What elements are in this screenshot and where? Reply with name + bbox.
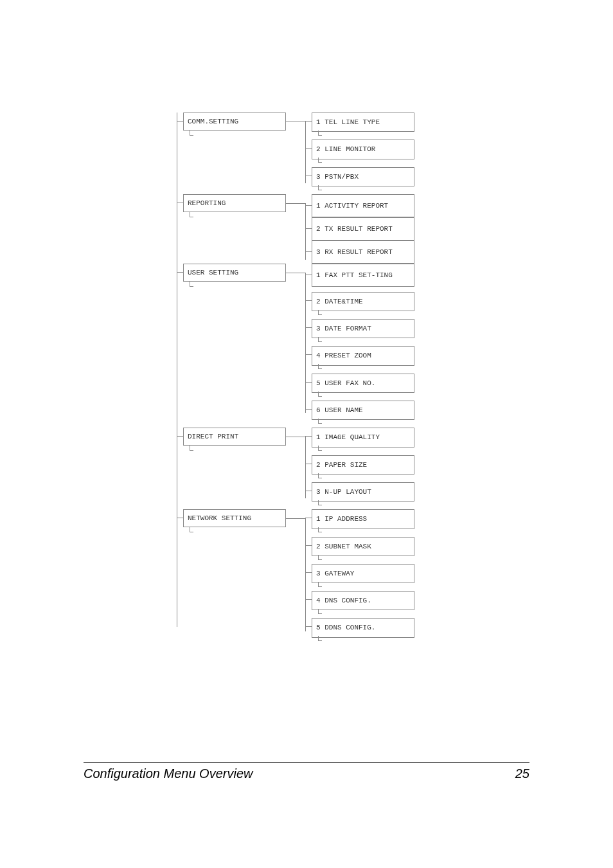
submenu-label: 3 RX RESULT REPORT — [316, 248, 393, 257]
submenu-item: 6 USER NAME — [312, 401, 414, 420]
menu-item: COMM.SETTING — [183, 113, 286, 131]
group-network-setting: NETWORK SETTING 1 IP ADDRESS 2 SUBNET MA… — [177, 509, 440, 637]
submenu-label: 1 IMAGE QUALITY — [316, 433, 380, 442]
submenu-item: 2 SUBNET MASK — [312, 537, 414, 556]
submenu-item: 4 DNS CONFIG. — [312, 591, 414, 610]
submenu-label: 2 DATE&TIME — [316, 297, 363, 306]
submenu-label: 6 USER NAME — [316, 406, 363, 415]
submenu-label: 3 DATE FORMAT — [316, 324, 371, 333]
submenu-item: 3 RX RESULT REPORT — [312, 240, 414, 264]
menu-item: DIRECT PRINT — [183, 428, 286, 446]
submenu-label: 1 ACTIVITY REPORT — [316, 201, 388, 210]
group-direct-print: DIRECT PRINT 1 IMAGE QUALITY 2 PAPER SIZ… — [177, 428, 440, 502]
menu-label: NETWORK SETTING — [188, 514, 251, 523]
submenu-item: 4 PRESET ZOOM — [312, 346, 414, 365]
submenu-item: 2 LINE MONITOR — [312, 140, 414, 159]
submenu-label: 1 TEL LINE TYPE — [316, 118, 380, 127]
submenu-label: 1 IP ADDRESS — [316, 514, 367, 523]
menu-item: USER SETTING — [183, 264, 286, 282]
page-footer: Configuration Menu Overview 25 — [84, 762, 529, 781]
submenu-item: 1 FAX PTT SET-TING — [312, 264, 414, 287]
submenu-item: 5 DDNS CONFIG. — [312, 618, 414, 637]
submenu-label: 2 PAPER SIZE — [316, 460, 367, 469]
group-reporting: REPORTING 1 ACTIVITY REPORT 2 TX RESULT … — [177, 194, 440, 264]
menu-label: COMM.SETTING — [188, 117, 238, 126]
footer-title: Configuration Menu Overview — [84, 766, 253, 781]
menu-label: USER SETTING — [188, 268, 238, 277]
submenu-item: 3 PSTN/PBX — [312, 167, 414, 186]
submenu-label: 3 N-UP LAYOUT — [316, 487, 371, 496]
submenu-label: 1 FAX PTT SET-TING — [316, 271, 393, 280]
submenu-label: 2 TX RESULT REPORT — [316, 224, 393, 233]
menu-tree-diagram: COMM.SETTING 1 TEL LINE TYPE 2 LINE MONI… — [177, 113, 440, 646]
submenu-item: 1 IMAGE QUALITY — [312, 428, 414, 447]
menu-item: REPORTING — [183, 194, 286, 212]
submenu-label: 3 PSTN/PBX — [316, 172, 359, 181]
submenu-item: 2 PAPER SIZE — [312, 455, 414, 475]
submenu-item: 3 DATE FORMAT — [312, 319, 414, 338]
submenu-item: 2 TX RESULT REPORT — [312, 217, 414, 240]
menu-label: DIRECT PRINT — [188, 432, 238, 441]
submenu-item: 1 IP ADDRESS — [312, 509, 414, 529]
menu-item: NETWORK SETTING — [183, 509, 286, 527]
group-comm-setting: COMM.SETTING 1 TEL LINE TYPE 2 LINE MONI… — [177, 113, 440, 186]
submenu-item: 5 USER FAX NO. — [312, 374, 414, 393]
submenu-label: 2 LINE MONITOR — [316, 145, 375, 154]
submenu-label: 5 DDNS CONFIG. — [316, 623, 375, 632]
submenu-label: 2 SUBNET MASK — [316, 542, 371, 551]
submenu-item: 1 ACTIVITY REPORT — [312, 194, 414, 217]
submenu-item: 3 N-UP LAYOUT — [312, 482, 414, 502]
submenu-label: 4 PRESET ZOOM — [316, 351, 371, 360]
group-user-setting: USER SETTING 1 FAX PTT SET-TING 2 DATE&T… — [177, 264, 440, 420]
menu-label: REPORTING — [188, 199, 226, 208]
submenu-label: 3 GATEWAY — [316, 569, 354, 578]
submenu-label: 5 USER FAX NO. — [316, 379, 375, 388]
submenu-label: 4 DNS CONFIG. — [316, 596, 371, 605]
page-number: 25 — [515, 766, 529, 781]
submenu-item: 1 TEL LINE TYPE — [312, 113, 414, 132]
submenu-item: 3 GATEWAY — [312, 564, 414, 583]
submenu-item: 2 DATE&TIME — [312, 292, 414, 311]
